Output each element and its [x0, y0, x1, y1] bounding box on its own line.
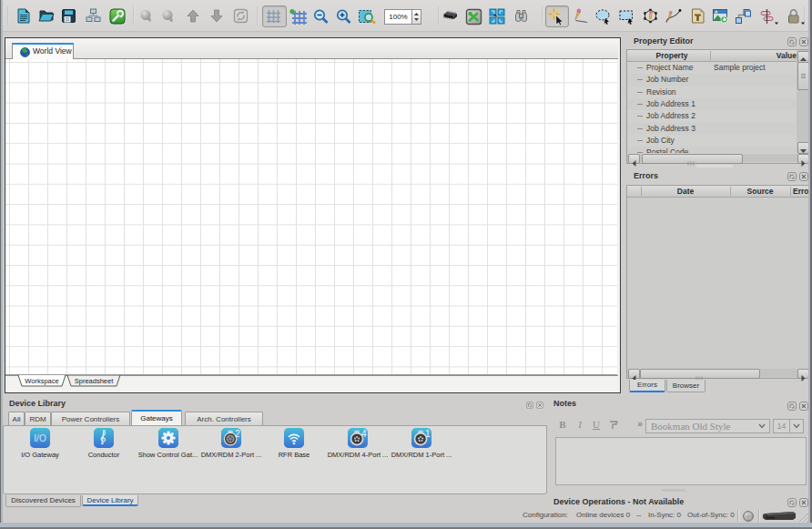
svg-text:Spreadsheet: Spreadsheet — [75, 377, 114, 385]
svg-text:Workspace: Workspace — [25, 377, 58, 385]
svg-text:1: 1 — [425, 429, 431, 439]
svg-text:2: 2 — [235, 429, 240, 439]
svg-text:4: 4 — [361, 429, 367, 439]
svg-text:I/O: I/O — [34, 433, 46, 443]
